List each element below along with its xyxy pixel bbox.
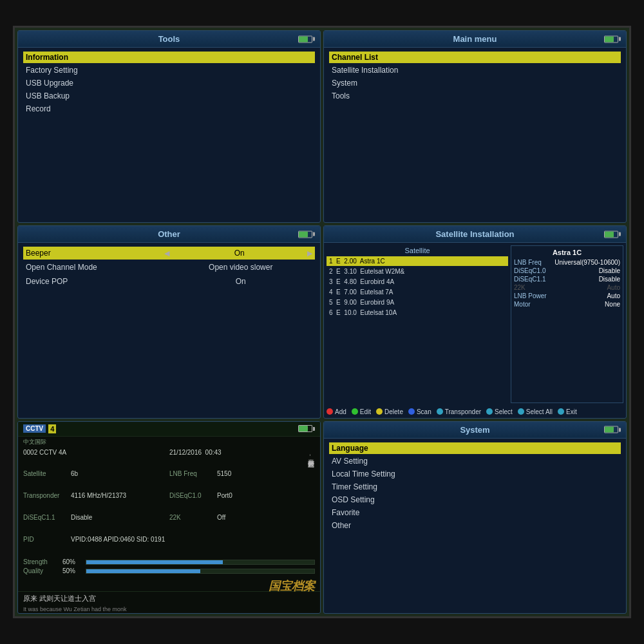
system-item-other[interactable]: Other	[329, 520, 621, 531]
battery-tip-4	[619, 232, 621, 236]
edit-label: Edit	[360, 408, 371, 415]
screenshot-container: Tools Information Factory Setting USB Up…	[13, 26, 631, 618]
diseqc11-label: DiSEqC1.1	[514, 276, 545, 283]
tools-item-information[interactable]: Information	[23, 52, 315, 63]
battery-icon-3	[298, 231, 315, 238]
other-header: Other	[18, 226, 320, 243]
sat-item-6[interactable]: 6 E 10.0 Eutelsat 10A	[327, 308, 508, 317]
diseqc11-value: Disable	[599, 276, 620, 283]
sat-detail-lnb-power: LNB Power Auto	[514, 292, 620, 299]
cctv-badge: CCTV	[23, 424, 46, 433]
diseqc10-value: Disable	[599, 267, 620, 274]
sat-item-5[interactable]: 5 E 9.00 Eurobird 9A	[327, 298, 508, 307]
satellite-header: Satellite Installation	[324, 226, 626, 243]
channel-code: 0002 CCTV 4A	[23, 449, 66, 470]
tools-item-usb-upgrade[interactable]: USB Upgrade	[23, 77, 315, 89]
sat-btn-edit[interactable]: Edit	[352, 408, 371, 415]
system-item-osd[interactable]: OSD Setting	[329, 494, 621, 506]
battery-tip-5	[313, 427, 315, 431]
diseqc10-label: DiSEqC1.0	[514, 267, 545, 274]
beeper-value: On	[172, 249, 308, 258]
system-item-favorite[interactable]: Favorite	[329, 507, 621, 518]
system-panel: System Language AV Setting Local Time Se…	[323, 421, 627, 614]
battery-tip-6	[619, 428, 621, 431]
main-menu-item-satellite[interactable]: Satellite Installation	[329, 64, 621, 76]
other-setting-beeper[interactable]: Beeper ◀ On ▶	[23, 247, 315, 260]
system-item-local-time[interactable]: Local Time Setting	[329, 468, 621, 480]
system-item-av[interactable]: AV Setting	[329, 455, 621, 467]
satellite-list-header: Satellite	[327, 245, 508, 256]
main-menu-item-tools[interactable]: Tools	[329, 90, 621, 102]
lnb-power-label: LNB Power	[514, 292, 547, 299]
battery-body-3	[298, 231, 312, 238]
signal-diseqc10-row: DiSEqC1.0 Port0	[169, 492, 315, 513]
channel-mode-label: Open Channel Mode	[26, 263, 169, 272]
motor-value: None	[605, 301, 620, 308]
other-setting-device-pop[interactable]: Device POP On	[23, 275, 315, 288]
battery-tip	[313, 37, 315, 41]
channel-num: 4	[48, 424, 56, 433]
channel-subtitle: 中文国际	[18, 437, 320, 446]
sig-22k-label: 22K	[169, 514, 214, 535]
sat-item-1[interactable]: 1 E 2.00 Astra 1C	[327, 256, 508, 266]
satellite-panel: Satellite Installation Satellite 1 E 2.0…	[323, 225, 627, 418]
system-item-language[interactable]: Language	[329, 442, 621, 454]
sat-detail-22k: 22K Auto	[514, 284, 620, 291]
channel-datetime: 21/12/2016 00:43	[169, 449, 222, 470]
sat-btn-exit[interactable]: Exit	[558, 408, 577, 415]
sat-btn-select-all[interactable]: Select All	[518, 408, 553, 415]
sat-btn-delete[interactable]: Delete	[376, 408, 403, 415]
add-dot	[327, 408, 333, 415]
main-menu-title: Main menu	[453, 34, 497, 44]
motor-label: Motor	[514, 301, 531, 308]
sat-item-4[interactable]: 4 E 7.00 Eutelsat 7A	[327, 287, 508, 297]
other-content: Beeper ◀ On ▶ Open Channel Mode Open vid…	[18, 243, 320, 417]
battery-icon-6	[604, 426, 621, 433]
signal-datetime: 21/12/2016 00:43	[169, 449, 315, 470]
battery-icon-2	[604, 35, 621, 43]
select-label: Select	[495, 408, 513, 415]
other-panel: Other Beeper ◀ On ▶ Open Channel Mode	[17, 225, 321, 418]
sat-item-2[interactable]: 2 E 3.10 Eutelsat W2M&	[327, 267, 508, 276]
strength-bar	[86, 560, 223, 564]
tools-item-factory[interactable]: Factory Setting	[23, 64, 315, 76]
delete-dot	[376, 408, 383, 415]
sig-diseqc11-label: DiSEqC1.1	[23, 514, 68, 535]
caption-en: It was because Wu Zetian had the monk	[18, 605, 320, 613]
sat-item-3[interactable]: 3 E 4.80 Eurobird 4A	[327, 277, 508, 287]
signal-lnb-row: LNB Freq 5150	[169, 470, 315, 491]
main-menu-item-channel-list[interactable]: Channel List	[329, 52, 621, 63]
main-menu-item-system[interactable]: System	[329, 77, 621, 89]
battery-body-4	[604, 231, 618, 238]
select-all-label: Select All	[526, 408, 553, 415]
strength-bar-container	[86, 560, 315, 565]
select-all-dot	[518, 408, 524, 415]
sat-btn-scan[interactable]: Scan	[408, 408, 431, 415]
sat-detail-title: Astra 1C	[514, 249, 620, 258]
exit-dot	[558, 408, 564, 415]
sat-btn-add[interactable]: Add	[327, 408, 346, 415]
system-item-timer[interactable]: Timer Setting	[329, 481, 621, 493]
scan-dot	[408, 408, 415, 415]
other-setting-channel-mode[interactable]: Open Channel Mode Open video slower	[23, 261, 315, 274]
system-title: System	[460, 425, 489, 435]
tools-item-usb-backup[interactable]: USB Backup	[23, 90, 315, 102]
lnb-val: 5150	[217, 470, 231, 491]
watermark: 国宝档案	[269, 578, 315, 594]
tools-panel: Tools Information Factory Setting USB Up…	[17, 30, 321, 223]
sat-btn-select[interactable]: Select	[486, 408, 513, 415]
tools-item-record[interactable]: Record	[23, 103, 315, 115]
quality-bar	[86, 569, 200, 573]
strength-bar-row: Strength 60%	[23, 558, 315, 565]
k22-label: 22K	[514, 284, 526, 291]
sat-btn-transponder[interactable]: Transponder	[437, 408, 481, 415]
quality-label: Quality	[23, 567, 59, 574]
lnb-freq-label: LNB Freq	[514, 259, 542, 266]
battery-body-6	[604, 426, 618, 433]
sat-detail-motor: Motor None	[514, 301, 620, 308]
satellite-val: 6b	[71, 470, 78, 491]
add-label: Add	[335, 408, 346, 415]
quality-pct: 50%	[62, 567, 82, 574]
k22-value: Auto	[607, 284, 620, 291]
vertical-text: 封神泰山-武则天妙计登岳	[307, 454, 315, 456]
